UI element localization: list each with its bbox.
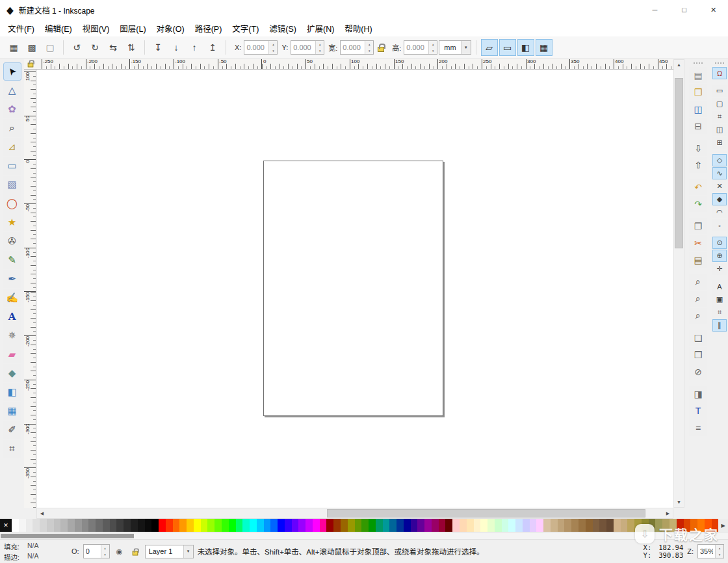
snap-text-baseline-toggle[interactable]: A (712, 280, 727, 293)
palette-swatch[interactable] (697, 519, 705, 532)
palette-swatch[interactable] (242, 519, 250, 532)
lock-ratio-toggle[interactable] (374, 39, 388, 56)
palette-swatch[interactable] (536, 519, 543, 532)
palette-swatch[interactable] (179, 519, 187, 532)
palette-swatch[interactable] (642, 519, 649, 532)
snap-bbox-toggle[interactable]: ▭ (712, 85, 727, 97)
palette-swatch[interactable] (32, 519, 40, 532)
horizontal-scroll-thumb[interactable] (327, 509, 645, 517)
palette-swatch[interactable] (614, 519, 621, 532)
zoom-tool[interactable]: ⌕ (3, 119, 21, 137)
pencil-tool[interactable]: ✎ (3, 251, 21, 269)
no-color-button[interactable]: ✕ (0, 519, 12, 532)
zoom-input[interactable] (698, 545, 715, 558)
maximize-button[interactable]: □ (670, 0, 699, 20)
rotate-cw-button[interactable]: ↻ (86, 39, 103, 56)
palette-swatch[interactable] (480, 519, 488, 532)
box3d-tool[interactable]: ▧ (3, 176, 21, 194)
snap-cusp-nodes-toggle[interactable]: ◆ (712, 193, 727, 205)
palette-swatch[interactable] (313, 519, 320, 532)
snap-paths-toggle[interactable]: ∿ (712, 167, 727, 179)
snap-guides-toggle[interactable]: ∥ (712, 319, 727, 332)
y-input[interactable] (291, 41, 315, 54)
palette-swatch[interactable] (606, 519, 614, 532)
palette-swatch[interactable] (543, 519, 551, 532)
horizontal-scrollbar[interactable]: ◀ ▶ (36, 508, 673, 519)
new-document-button[interactable]: ▤ (689, 67, 707, 83)
palette-swatch[interactable] (12, 519, 19, 532)
palette-swatch[interactable] (201, 519, 208, 532)
spin-down-icon[interactable]: ▾ (716, 551, 723, 558)
toolbar-grip[interactable] (694, 62, 703, 64)
snap-page-border-toggle[interactable]: ▣ (712, 293, 727, 306)
scale-corners-toggle[interactable]: ▭ (499, 39, 516, 56)
palette-swatch[interactable] (558, 519, 565, 532)
minimize-button[interactable]: ─ (640, 0, 670, 20)
opacity-input[interactable] (84, 545, 101, 558)
palette-swatch[interactable] (320, 519, 327, 532)
zoom-selection-button[interactable]: ⌕ (689, 274, 707, 290)
palette-swatch[interactable] (439, 519, 446, 532)
palette-swatch[interactable] (684, 519, 691, 532)
spin-down-icon[interactable]: ▾ (101, 551, 109, 558)
snap-bbox-centers-toggle[interactable]: ⊞ (712, 137, 727, 149)
palette-swatch[interactable] (432, 519, 439, 532)
palette-swatch[interactable] (383, 519, 390, 532)
palette-swatch[interactable] (40, 519, 47, 532)
palette-swatch[interactable] (96, 519, 103, 532)
undo-button[interactable]: ↶ (689, 179, 707, 195)
print-button[interactable]: ⊟ (689, 118, 707, 134)
toolbar-grip[interactable] (715, 62, 724, 64)
move-gradients-toggle[interactable]: ◧ (517, 39, 534, 56)
palette-swatch[interactable] (194, 519, 201, 532)
node-tool[interactable]: △ (3, 81, 21, 99)
palette-swatch[interactable] (627, 519, 634, 532)
snap-grid-toggle[interactable]: ⌗ (712, 306, 727, 319)
save-button[interactable]: ◫ (689, 101, 707, 117)
snap-nodes-toggle[interactable]: ◇ (712, 154, 727, 166)
x-input[interactable] (244, 41, 268, 54)
menu-item[interactable]: 编辑(E) (40, 20, 77, 37)
palette-swatch[interactable] (670, 519, 677, 532)
spin-down-icon[interactable]: ▾ (429, 47, 437, 54)
spin-up-icon[interactable]: ▴ (716, 545, 723, 551)
width-field[interactable]: ▴▾ (340, 40, 374, 55)
ellipse-tool[interactable]: ◯ (3, 194, 21, 213)
close-button[interactable]: ✕ (699, 0, 728, 20)
snap-rotation-centers-toggle[interactable]: ✛ (712, 263, 727, 275)
guide-lock-corner[interactable] (24, 59, 36, 70)
vertical-ruler[interactable]: 100500-50-100-150-200-250-300-350 (24, 70, 36, 508)
palette-scroll-thumb[interactable] (1, 534, 134, 538)
palette-swatch[interactable] (326, 519, 333, 532)
palette-swatch[interactable] (47, 519, 54, 532)
palette-swatch[interactable] (376, 519, 383, 532)
menu-item[interactable]: 对象(O) (151, 20, 190, 37)
gradient-tool[interactable]: ◧ (3, 383, 21, 401)
spin-down-icon[interactable]: ▾ (269, 47, 277, 54)
duplicate-button[interactable]: ❑ (689, 330, 707, 346)
palette-swatch[interactable] (236, 519, 243, 532)
palette-swatch[interactable] (187, 519, 194, 532)
menu-item[interactable]: 文字(T) (227, 20, 264, 37)
palette-swatch[interactable] (417, 519, 424, 532)
palette-swatch[interactable] (166, 519, 173, 532)
palette-swatch[interactable] (593, 519, 600, 532)
snap-smooth-nodes-toggle[interactable]: ◠ (712, 206, 727, 218)
palette-scrollbar[interactable] (0, 532, 728, 540)
width-spinner[interactable]: ▴▾ (365, 41, 373, 54)
palette-swatch[interactable] (404, 519, 411, 532)
palette-swatch[interactable] (75, 519, 82, 532)
spray-tool[interactable]: ✵ (3, 326, 21, 345)
snap-object-centers-toggle[interactable]: ⊕ (712, 250, 727, 262)
palette-swatch[interactable] (586, 519, 593, 532)
spin-up-icon[interactable]: ▴ (101, 545, 109, 551)
palette-swatch[interactable] (60, 519, 68, 532)
palette-swatch[interactable] (207, 519, 214, 532)
palette-swatch[interactable] (467, 519, 474, 532)
vertical-scroll-thumb[interactable] (675, 78, 683, 248)
fill-stroke-indicator[interactable]: 填充:N/A 描边:N/A (4, 542, 68, 562)
spin-up-icon[interactable]: ▴ (429, 41, 437, 47)
document-page[interactable] (263, 161, 443, 416)
palette-scroll-right-button[interactable]: ▶ (718, 519, 728, 532)
scroll-up-button[interactable]: ▲ (674, 60, 684, 70)
